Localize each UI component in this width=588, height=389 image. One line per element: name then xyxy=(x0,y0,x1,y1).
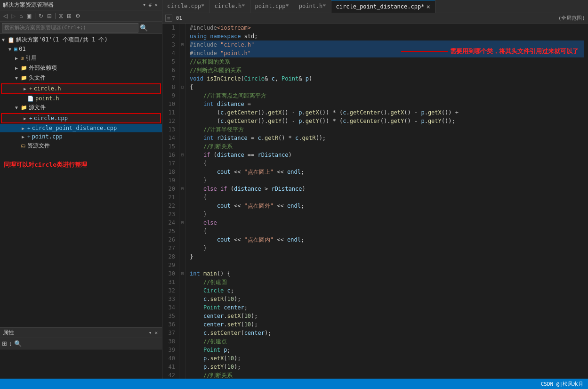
code-line-11: (c.getCenter().getX() - p.getX()) * (c.g… xyxy=(190,108,584,117)
line-num-5: 5 xyxy=(166,57,175,66)
sources-arrow: ▼ xyxy=(15,105,21,110)
file-number: 01 xyxy=(176,15,182,21)
project-icon: ▣ xyxy=(14,46,17,52)
tree-item-circle-h[interactable]: ▶ + circle.h xyxy=(1,83,161,94)
line-num-38: 38 xyxy=(166,337,175,346)
line-num-36: 36 xyxy=(166,320,175,329)
line-num-17: 17 xyxy=(166,159,175,168)
point-cpp-label: point.cpp xyxy=(32,133,63,140)
line-num-31: 31 xyxy=(166,278,175,286)
close-icon[interactable]: ✕ xyxy=(154,2,158,8)
line-num-1: 1 xyxy=(166,24,175,32)
code-line-39: Point p; xyxy=(190,346,584,354)
properties-toolbar: ⊞ ↕ 🔍 xyxy=(0,338,162,349)
code-line-5: //点和圆的关系 xyxy=(190,57,584,66)
search-input[interactable] xyxy=(2,23,138,32)
show-all-button[interactable]: ⊞ xyxy=(65,12,73,20)
tree-item-circle-point-distance[interactable]: ▶ + circle_point_distance.cpp xyxy=(0,124,162,132)
search-bar: 🔍 xyxy=(0,22,162,34)
prop-grid-btn[interactable]: ⊞ xyxy=(2,340,7,347)
line-num-15: 15 xyxy=(166,142,175,151)
dock-icon[interactable]: # xyxy=(149,2,152,8)
code-line-33: c.setR(10); xyxy=(190,295,584,303)
res-icon: 🗂 xyxy=(21,143,26,149)
tab-circle-point-distance[interactable]: circle_point_distance.cpp* × xyxy=(331,0,435,13)
annotation-area: 同理可以对circle类进行整理 xyxy=(0,151,162,174)
line-num-19: 19 xyxy=(166,176,175,185)
line-num-6: 6 xyxy=(166,66,175,74)
line-num-23: 23 xyxy=(166,210,175,219)
search-go-button[interactable]: 🔍 xyxy=(138,24,149,32)
tree-item-sources[interactable]: ▼ 📁 源文件 xyxy=(0,103,162,113)
prop-close-icon[interactable]: ✕ xyxy=(154,330,158,336)
prop-pin-icon[interactable]: ▾ xyxy=(149,330,152,336)
ref-icon-small: ▶ xyxy=(15,56,21,61)
tree-item-solution[interactable]: ▼ 📋 解决方案'01'(1 个项目/共 1 个) xyxy=(0,35,162,45)
tree-item-headers[interactable]: ▼ 📁 头文件 xyxy=(0,73,162,83)
line-num-12: 12 xyxy=(166,117,175,125)
line-num-9: 9 xyxy=(166,91,175,100)
headers-label: 头文件 xyxy=(29,74,46,82)
file-number-icon: ≡ xyxy=(165,15,172,22)
code-line-21: { xyxy=(190,193,584,202)
properties-button[interactable]: ▣ xyxy=(25,12,33,20)
code-line-8: { xyxy=(190,83,584,91)
tab-circle-cpp[interactable]: circle.cpp* xyxy=(162,0,209,13)
line-num-21: 21 xyxy=(166,193,175,202)
line-num-10: 10 xyxy=(166,100,175,108)
code-line-10: int distance = xyxy=(190,100,584,108)
prop-sort-btn[interactable]: ↕ xyxy=(9,340,12,347)
tree-item-external[interactable]: ▶ 📁 外部依赖项 xyxy=(0,63,162,73)
line-num-40: 40 xyxy=(166,354,175,363)
pin-icon[interactable]: ▾ xyxy=(143,2,146,8)
circle-cpp-arrow: ▶ xyxy=(24,116,29,121)
code-line-22: cout << "点在圆外" << endl; xyxy=(190,202,584,210)
code-line-9: //计算两点之间距离平方 xyxy=(190,91,584,100)
settings-button[interactable]: ⚙ xyxy=(74,12,82,20)
line-num-32: 32 xyxy=(166,286,175,295)
tree-item-circle-cpp[interactable]: ▶ + circle.cpp xyxy=(1,113,161,123)
collapse-button[interactable]: ⊟ xyxy=(46,12,53,20)
code-line-2: using namespace std; xyxy=(190,32,584,41)
code-line-26: cout << "点在圆内" << endl; xyxy=(190,235,584,244)
tab-circle-cpp-label: circle.cpp* xyxy=(167,3,204,9)
filter-button[interactable]: ⧖ xyxy=(57,12,64,20)
external-label: 外部依赖项 xyxy=(29,64,57,72)
properties-panel: 属性 ▾ ✕ ⊞ ↕ 🔍 xyxy=(0,327,162,379)
tree-item-resources[interactable]: 🗂 资源文件 xyxy=(0,141,162,151)
tree-item-point-h[interactable]: 📄 point.h xyxy=(0,94,162,103)
prop-search-btn[interactable]: 🔍 xyxy=(14,340,22,347)
refresh-button[interactable]: ↻ xyxy=(37,12,45,20)
code-line-24: else xyxy=(190,219,584,227)
solution-explorer-header: 解决方案资源管理器 ▾ # ✕ xyxy=(0,0,162,10)
code-editor-area: 需要用到哪个类，将其头文件引用过来就可以了 1 2 3 4 5 6 7 8 9 xyxy=(162,24,588,379)
tabs-bar: circle.cpp* circle.h* point.cpp* point.h… xyxy=(162,0,588,13)
properties-title: 属性 xyxy=(3,329,147,337)
back-button[interactable]: ◁ xyxy=(2,12,9,20)
tab-circle-h-label: circle.h* xyxy=(214,3,245,9)
tree-item-project[interactable]: ▼ ▣ 01 xyxy=(0,45,162,53)
status-bar: CSDN @|松风水月 xyxy=(0,379,588,389)
forward-button[interactable]: ▷ xyxy=(10,12,17,20)
tab-point-cpp[interactable]: point.cpp* xyxy=(250,0,294,13)
scope-selector[interactable]: (全局范围) xyxy=(558,15,585,22)
tab-cpd-close[interactable]: × xyxy=(426,3,430,10)
code-line-37: c.setCenter(center); xyxy=(190,329,584,337)
tab-point-h-label: point.h* xyxy=(299,3,326,9)
tree-item-ref[interactable]: ▶ ⊞ 引用 xyxy=(0,53,162,63)
code-content[interactable]: #include<iostream> using namespace std; … xyxy=(186,24,588,379)
line-num-39: 39 xyxy=(166,346,175,354)
code-line-40: p.setX(10); xyxy=(190,354,584,363)
home-button[interactable]: ⌂ xyxy=(18,12,24,20)
project-arrow: ▼ xyxy=(8,47,14,52)
code-line-42: //判断关系 xyxy=(190,371,584,379)
line-num-27: 27 xyxy=(166,244,175,252)
status-right: CSDN @|松风水月 xyxy=(541,381,583,388)
tab-circle-h[interactable]: circle.h* xyxy=(209,0,250,13)
sources-label: 源文件 xyxy=(29,104,46,112)
tree-item-point-cpp[interactable]: ▶ + point.cpp xyxy=(0,132,162,141)
line-num-22: 22 xyxy=(166,202,175,210)
tab-point-h[interactable]: point.h* xyxy=(294,0,331,13)
point-cpp-icon: + xyxy=(27,134,31,140)
code-line-17: { xyxy=(190,159,584,168)
